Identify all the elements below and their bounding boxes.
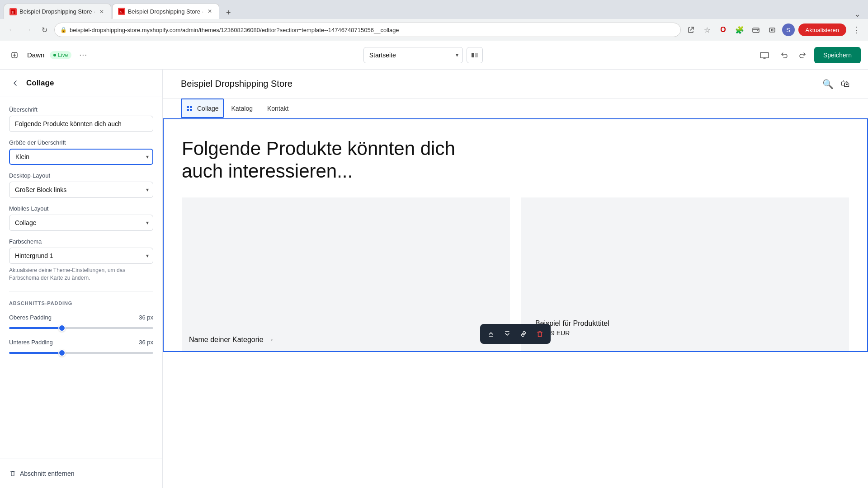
- tab-close-1[interactable]: ✕: [98, 8, 105, 15]
- tab-close-2[interactable]: ✕: [206, 8, 213, 15]
- farbschema-select[interactable]: Hintergrund 1 Hintergrund 2 Hintergrund …: [9, 248, 153, 264]
- unteres-padding-group: Unteres Padding 36 px: [9, 339, 153, 356]
- back-button[interactable]: ←: [5, 23, 18, 36]
- svg-rect-9: [475, 53, 478, 57]
- nav-katalog-item[interactable]: Katalog: [224, 99, 259, 118]
- sidebar-back-button[interactable]: [9, 77, 22, 89]
- browser-tab-2[interactable]: S Beispiel Dropshipping Store · ✕: [112, 4, 220, 19]
- farbschema-hint: Aktualisiere deine Theme-Einstellungen, …: [9, 267, 153, 282]
- more-options-button[interactable]: ···: [77, 49, 90, 61]
- mobiles-layout-label: Mobiles Layout: [9, 205, 153, 212]
- preview-area: Beispiel Dropshipping Store 🔍 🛍 Collage …: [163, 70, 868, 488]
- mobiles-layout-field-group: Mobiles Layout Collage Spalte Reihe ▾: [9, 205, 153, 231]
- screenshot-icon[interactable]: [766, 23, 778, 36]
- padding-section: ABSCHNITTS-PADDING Oberes Padding 36 px: [9, 300, 153, 356]
- product-title: Beispiel für Produkttitel: [535, 319, 835, 328]
- tab-favicon-1: S: [9, 8, 17, 15]
- toolbar-link-button[interactable]: [516, 327, 531, 341]
- toolbar-move-up-button[interactable]: [484, 327, 498, 341]
- svg-rect-6: [769, 28, 775, 32]
- refresh-button[interactable]: ↻: [38, 23, 51, 36]
- category-link[interactable]: Name deiner Kategorie →: [182, 328, 510, 351]
- live-dot: [53, 54, 56, 56]
- desktop-layout-label: Desktop-Layout: [9, 172, 153, 179]
- undo-button[interactable]: [776, 47, 793, 63]
- desktop-layout-field-group: Desktop-Layout Großer Block links Großer…: [9, 172, 153, 198]
- opera-icon[interactable]: O: [717, 23, 730, 36]
- collage-section: Folgende Produkte könnten dich auch inte…: [163, 118, 868, 352]
- collage-cell-small: Beispiel für Produkttitel €19,99 EUR: [521, 197, 849, 351]
- preview-nav-menu: Collage Katalog Kontakt: [163, 99, 868, 118]
- groesse-select[interactable]: Klein Mittel Groß: [9, 149, 153, 165]
- live-badge: Live: [50, 51, 71, 59]
- toolbar-delete-button[interactable]: [533, 327, 547, 341]
- ueberschrift-field-group: Überschrift: [9, 106, 153, 132]
- store-navbar: Beispiel Dropshipping Store 🔍 🛍: [163, 70, 868, 99]
- oberes-padding-value: 36 px: [139, 314, 153, 321]
- svg-rect-11: [187, 106, 189, 108]
- app-back-button[interactable]: [7, 48, 22, 62]
- svg-rect-14: [190, 109, 192, 111]
- device-preview-button[interactable]: [756, 47, 773, 63]
- preview-heading: Folgende Produkte könnten dich auch inte…: [182, 137, 498, 183]
- product-info: Beispiel für Produkttitel €19,99 EUR: [528, 312, 842, 344]
- tabs-menu-icon[interactable]: ⌄: [854, 9, 864, 19]
- oberes-padding-group: Oberes Padding 36 px: [9, 314, 153, 331]
- nav-kontakt-item[interactable]: Kontakt: [260, 99, 296, 118]
- page-selector-wrapper[interactable]: Startseite Produkte ▾: [363, 47, 463, 63]
- section-divider: [9, 291, 153, 291]
- toolbar-move-down-button[interactable]: [500, 327, 514, 341]
- svg-rect-13: [187, 109, 189, 111]
- address-text: beispiel-dropshipping-store.myshopify.co…: [70, 27, 399, 33]
- svg-text:S: S: [11, 10, 14, 14]
- share-icon[interactable]: [684, 23, 697, 36]
- mobiles-layout-select[interactable]: Collage Spalte Reihe: [9, 215, 153, 231]
- groesse-label: Größe der Überschrift: [9, 139, 153, 146]
- svg-rect-12: [190, 106, 192, 108]
- collage-cell-large: Name deiner Kategorie →: [182, 197, 510, 351]
- collage-nav-label: Collage: [197, 105, 218, 112]
- address-bar[interactable]: 🔒 beispiel-dropshipping-store.myshopify.…: [54, 23, 681, 37]
- kontakt-nav-label: Kontakt: [267, 105, 288, 112]
- desktop-layout-select[interactable]: Großer Block links Großer Block rechts M…: [9, 182, 153, 198]
- unteres-padding-value: 36 px: [139, 339, 153, 346]
- new-tab-button[interactable]: +: [222, 6, 235, 19]
- unteres-padding-slider[interactable]: [9, 352, 153, 354]
- browser-menu-icon[interactable]: ⋮: [850, 23, 863, 36]
- cart-nav-icon[interactable]: 🛍: [841, 79, 850, 89]
- update-browser-button[interactable]: Aktualisieren: [798, 23, 846, 36]
- nav-collage-item[interactable]: Collage: [181, 99, 224, 118]
- category-link-text: Name deiner Kategorie: [189, 336, 264, 344]
- farbschema-label: Farbschema: [9, 238, 153, 245]
- sidebar-title: Collage: [26, 79, 54, 88]
- segmented-view-button[interactable]: [467, 47, 483, 63]
- browser-profile[interactable]: S: [782, 23, 795, 36]
- oberes-padding-slider[interactable]: [9, 327, 153, 329]
- preview-frame: Beispiel Dropshipping Store 🔍 🛍 Collage …: [163, 70, 868, 488]
- sidebar-header: Collage: [0, 70, 162, 97]
- preview-nav-icons: 🔍 🛍: [822, 79, 850, 89]
- store-name: Beispiel Dropshipping Store: [181, 79, 292, 89]
- theme-name: Dawn: [27, 51, 44, 59]
- ueberschrift-input[interactable]: [9, 116, 153, 132]
- forward-button[interactable]: →: [22, 23, 34, 36]
- floating-toolbar: [480, 324, 551, 344]
- svg-rect-10: [760, 52, 769, 58]
- svg-rect-8: [472, 53, 474, 57]
- tab-title-1: Beispiel Dropshipping Store ·: [19, 8, 95, 15]
- delete-section-button[interactable]: Abschnitt entfernen: [9, 466, 75, 481]
- oberes-padding-label: Oberes Padding: [9, 314, 52, 321]
- search-nav-icon[interactable]: 🔍: [822, 79, 834, 89]
- page-selector[interactable]: Startseite Produkte: [363, 47, 463, 63]
- save-button[interactable]: Speichern: [814, 47, 861, 63]
- bookmark-icon[interactable]: ☆: [701, 23, 713, 36]
- lock-icon: 🔒: [60, 27, 67, 33]
- unteres-padding-label: Unteres Padding: [9, 339, 53, 346]
- sidebar: Collage Überschrift Größe der Überschrif…: [0, 70, 163, 488]
- redo-button[interactable]: [794, 47, 811, 63]
- tab-favicon-2: S: [118, 8, 125, 15]
- browser-tab-1[interactable]: S Beispiel Dropshipping Store · ✕: [4, 4, 111, 19]
- extensions-icon[interactable]: 🧩: [733, 23, 746, 36]
- category-arrow-icon: →: [267, 336, 274, 344]
- wallet-icon[interactable]: [750, 23, 762, 36]
